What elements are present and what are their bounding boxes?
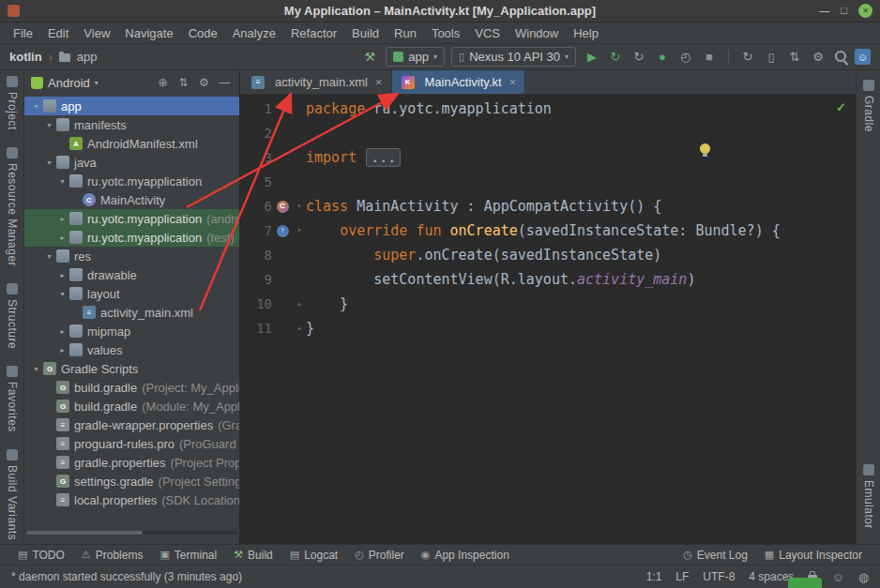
apply-code-changes-icon[interactable]: ↻: [630, 50, 648, 64]
tree-item-layout[interactable]: ▾layout: [24, 284, 239, 303]
folded-region[interactable]: ...: [366, 148, 401, 167]
tree-item-activity-main-xml[interactable]: ≡activity_main.xml: [24, 303, 239, 322]
make-project-hammer-icon[interactable]: ⚒: [360, 50, 379, 64]
menu-file[interactable]: File: [6, 24, 40, 42]
locate-file-icon[interactable]: ⊕: [155, 76, 171, 89]
class-gutter-icon[interactable]: C: [272, 194, 293, 219]
tree-item-ru-yotc-myapplication-3[interactable]: ▸ru.yotc.myapplication(test): [24, 228, 239, 247]
menu-edit[interactable]: Edit: [40, 24, 76, 42]
stripe-project[interactable]: Project: [6, 76, 19, 130]
device-select[interactable]: ▯ Nexus 10 API 30 ▾: [451, 47, 576, 67]
toolwindow-logcat[interactable]: ▤Logcat: [281, 549, 346, 562]
tree-item-settings-gradle[interactable]: Gsettings.gradle(Project Settings): [24, 472, 239, 490]
toolwindow-app-inspection[interactable]: ◉App Inspection: [413, 549, 518, 562]
menu-code[interactable]: Code: [181, 24, 225, 42]
collapse-all-icon[interactable]: ⇅: [175, 76, 191, 89]
menu-view[interactable]: View: [76, 24, 117, 42]
collapsed-chevron-icon[interactable]: ▸: [56, 327, 68, 336]
caret-position-widget[interactable]: 1:1: [646, 570, 662, 583]
notification-toast[interactable]: [788, 578, 822, 588]
expanded-chevron-icon[interactable]: ▾: [30, 365, 42, 373]
breadcrumb-module[interactable]: app: [77, 50, 98, 64]
override-gutter-icon[interactable]: ↑: [272, 219, 293, 243]
intention-bulb-icon[interactable]: [700, 143, 710, 154]
stripe-favorites[interactable]: Favorites: [6, 366, 19, 432]
tree-item-ru-yotc-myapplication-2[interactable]: ▸ru.yotc.myapplication(androidTest): [24, 209, 239, 228]
tree-item-values[interactable]: ▸values: [24, 340, 239, 359]
tree-item-mainactivity[interactable]: CMainActivity: [24, 190, 239, 209]
sync-project-icon[interactable]: ↻: [738, 50, 757, 64]
device-manager-icon[interactable]: ▯: [762, 50, 781, 64]
tab-mainactivity-kt[interactable]: KMainActivity.kt✕: [392, 70, 526, 94]
close-button[interactable]: ✕: [858, 4, 872, 18]
tree-item-local-properties[interactable]: ≡local.properties(SDK Location): [24, 490, 239, 509]
project-view-selector[interactable]: Android: [48, 76, 90, 90]
toolwindow-terminal[interactable]: ▣Terminal: [151, 549, 225, 562]
expanded-chevron-icon[interactable]: ▾: [30, 102, 42, 111]
fold-marker-icon[interactable]: ▴: [293, 316, 306, 340]
minimize-button[interactable]: —: [819, 6, 829, 16]
editor[interactable]: 1package ru.yotc.myapplication23import .…: [240, 95, 856, 544]
tree-item-drawable[interactable]: ▸drawable: [24, 265, 239, 284]
debug-icon[interactable]: ●: [653, 50, 672, 64]
breadcrumb-project[interactable]: kotlin: [9, 50, 42, 64]
stripe-emulator[interactable]: Emulator: [862, 464, 875, 529]
toolwindow-layout-inspector[interactable]: ▦Layout Inspector: [756, 549, 871, 562]
settings-icon[interactable]: ⚙: [809, 50, 827, 64]
menu-help[interactable]: Help: [566, 24, 606, 42]
tree-item-proguard-rules-pro[interactable]: ≡proguard-rules.pro(ProGuard Rules for M…: [24, 434, 239, 453]
app-menu-icon[interactable]: [8, 5, 20, 17]
toolwindow-build[interactable]: ⚒Build: [225, 549, 281, 562]
close-icon[interactable]: ✕: [509, 78, 517, 87]
tree-item-mipmap[interactable]: ▸mipmap: [24, 322, 239, 340]
tree-item-build-gradle-2[interactable]: Gbuild.gradle(Module: My_Application.app…: [24, 397, 239, 415]
collapsed-chevron-icon[interactable]: ▸: [56, 215, 68, 223]
tree-item-app[interactable]: ▾app: [24, 97, 239, 115]
search-everywhere-icon[interactable]: [834, 50, 848, 64]
menu-refactor[interactable]: Refactor: [283, 24, 344, 42]
apply-changes-icon[interactable]: ↻: [606, 50, 625, 64]
stripe-structure[interactable]: Structure: [6, 283, 19, 349]
horizontal-scrollbar[interactable]: [26, 531, 237, 535]
stripe-build-variants[interactable]: Build Variants: [6, 449, 19, 540]
menu-window[interactable]: Window: [508, 24, 566, 42]
stop-icon[interactable]: ■: [700, 50, 719, 64]
tree-item-res[interactable]: ▾res: [24, 247, 239, 265]
tree-item-ru-yotc-myapplication[interactable]: ▾ru.yotc.myapplication: [24, 172, 239, 190]
tree-item-gradle-scripts[interactable]: ▾GGradle Scripts: [24, 359, 239, 378]
tree-item-androidmanifest-xml[interactable]: AAndroidManifest.xml: [24, 134, 239, 153]
encoding-widget[interactable]: UTF-8: [703, 570, 735, 583]
tab-activity-main-xml[interactable]: ≡activity_main.xml✕: [242, 70, 392, 94]
tree-item-java[interactable]: ▾java: [24, 153, 239, 172]
tree-item-gradle-wrapper-properties[interactable]: ≡gradle-wrapper.properties(Gradle Versio…: [24, 415, 239, 434]
tree-item-manifests[interactable]: ▾manifests: [24, 115, 239, 134]
profile-icon[interactable]: ◴: [676, 50, 695, 64]
toolwindow-todo[interactable]: ▤TODO: [9, 549, 73, 562]
fold-marker-icon[interactable]: ▴: [293, 292, 306, 316]
expanded-chevron-icon[interactable]: ▾: [56, 290, 68, 298]
expanded-chevron-icon[interactable]: ▾: [43, 252, 55, 261]
profile-avatar[interactable]: ☺: [855, 49, 871, 65]
scrollbar-thumb[interactable]: [26, 531, 143, 535]
menu-navigate[interactable]: Navigate: [117, 24, 180, 42]
menu-build[interactable]: Build: [344, 24, 387, 42]
tree-item-build-gradle[interactable]: Gbuild.gradle(Project: My_Application): [24, 378, 239, 397]
menu-analyze[interactable]: Analyze: [225, 24, 283, 42]
run-button[interactable]: ▶: [583, 50, 601, 64]
stripe-resource-manager[interactable]: Resource Manager: [6, 147, 19, 266]
menu-vcs[interactable]: VCS: [467, 24, 508, 42]
line-separator-widget[interactable]: LF: [675, 570, 689, 583]
collapsed-chevron-icon[interactable]: ▸: [56, 234, 68, 242]
collapsed-chevron-icon[interactable]: ▸: [56, 346, 68, 354]
tree-item-gradle-properties[interactable]: ≡gradle.properties(Project Properties): [24, 453, 239, 472]
menu-run[interactable]: Run: [387, 24, 424, 42]
run-configuration-select[interactable]: app ▾: [386, 47, 445, 67]
close-icon[interactable]: ✕: [375, 78, 383, 87]
collapsed-chevron-icon[interactable]: ▸: [56, 271, 68, 279]
expanded-chevron-icon[interactable]: ▾: [43, 121, 55, 129]
toolwindow-event-log[interactable]: ◷Event Log: [675, 549, 756, 562]
toolwindow-problems[interactable]: ⚠Problems: [73, 549, 152, 562]
notifications-icon[interactable]: ◍: [858, 571, 869, 583]
fold-marker-icon[interactable]: ▾: [293, 219, 306, 243]
expanded-chevron-icon[interactable]: ▾: [43, 158, 55, 167]
